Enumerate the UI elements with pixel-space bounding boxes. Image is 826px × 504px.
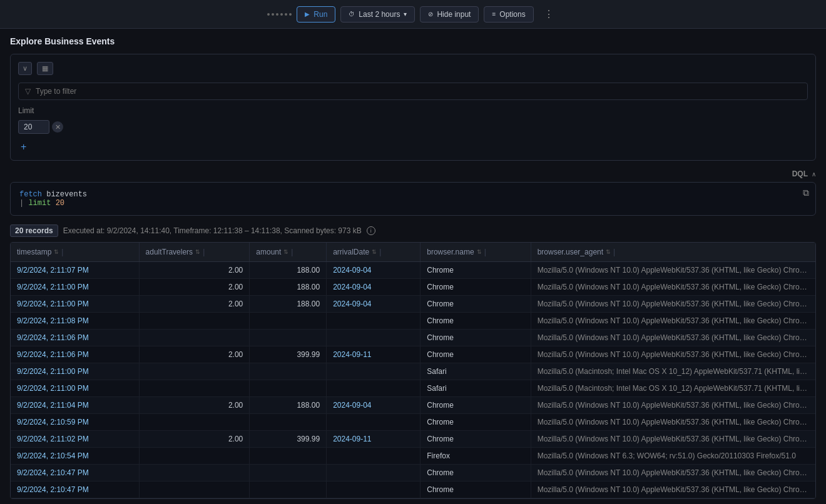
table-cell: Chrome <box>421 465 531 481</box>
table-cell: 2.00 <box>139 431 250 448</box>
chart-icon-button[interactable]: ▦ <box>37 62 53 75</box>
table-row[interactable]: 9/2/2024, 2:11:00 PMSafariMozilla/5.0 (M… <box>11 363 815 380</box>
more-options-button[interactable]: ⋮ <box>539 5 559 23</box>
dql-chevron-icon[interactable]: ∧ <box>812 171 816 178</box>
table-cell: 2024-09-11 <box>327 346 421 363</box>
filter-icon: ▽ <box>25 87 31 96</box>
table-cell <box>139 363 250 380</box>
table-cell <box>327 448 421 465</box>
table-row[interactable]: 9/2/2024, 2:11:04 PM2.00188.002024-09-04… <box>11 397 815 414</box>
limit-input[interactable] <box>18 120 49 134</box>
filter-bar: ▽ <box>18 83 808 100</box>
table-cell: Mozilla/5.0 (Windows NT 10.0) AppleWebKi… <box>531 481 815 498</box>
table-cell <box>250 330 327 346</box>
resize-handle-timestamp[interactable]: | <box>61 248 64 256</box>
table-cell <box>327 481 421 498</box>
sort-icon-adult-travelers: ⇅ <box>195 249 200 255</box>
chart-icon: ▦ <box>42 64 48 72</box>
resize-handle-amount[interactable]: | <box>291 248 293 256</box>
table-row[interactable]: 9/2/2024, 2:10:47 PMChromeMozilla/5.0 (W… <box>11 481 815 498</box>
table-row[interactable]: 9/2/2024, 2:10:54 PMFirefoxMozilla/5.0 (… <box>11 448 815 465</box>
table-row[interactable]: 9/2/2024, 2:11:00 PM2.00188.002024-09-04… <box>11 279 815 296</box>
table-row[interactable]: 9/2/2024, 2:11:07 PM2.00188.002024-09-04… <box>11 262 815 279</box>
table-row[interactable]: 9/2/2024, 2:11:06 PMChromeMozilla/5.0 (W… <box>11 330 815 346</box>
table-cell: Mozilla/5.0 (Macintosh; Intel Mac OS X 1… <box>531 363 815 380</box>
table-cell: Chrome <box>421 330 531 346</box>
page-title: Explore Business Events <box>10 36 816 46</box>
table-cell: Mozilla/5.0 (Windows NT 10.0) AppleWebKi… <box>531 346 815 363</box>
table-cell: 2.00 <box>139 296 250 313</box>
col-header-browser-name[interactable]: browser.name ⇅ | <box>421 243 531 262</box>
run-icon: ▶ <box>305 11 310 18</box>
code-line-2: | limit 20 <box>19 199 807 208</box>
table-row[interactable]: 9/2/2024, 2:11:02 PM2.00399.992024-09-11… <box>11 431 815 448</box>
table-cell: 9/2/2024, 2:10:47 PM <box>11 481 139 498</box>
filter-input[interactable] <box>36 87 801 96</box>
resize-handle-arrival[interactable]: | <box>379 248 382 256</box>
table-cell: 9/2/2024, 2:10:47 PM <box>11 465 139 481</box>
panel-collapse-button[interactable]: ∨ <box>18 62 32 75</box>
info-icon[interactable]: i <box>367 226 375 235</box>
table-row[interactable]: 9/2/2024, 2:10:59 PMChromeMozilla/5.0 (W… <box>11 414 815 431</box>
table-cell: 188.00 <box>250 296 327 313</box>
copy-code-button[interactable]: ⧉ <box>803 188 809 198</box>
table-cell: Mozilla/5.0 (Windows NT 10.0) AppleWebKi… <box>531 279 815 296</box>
table-cell <box>250 481 327 498</box>
data-table: timestamp ⇅ | adultTravelers ⇅ | <box>11 243 815 498</box>
table-body: 9/2/2024, 2:11:07 PM2.00188.002024-09-04… <box>11 262 815 498</box>
table-cell <box>327 414 421 431</box>
limit-row: Limit <box>18 106 808 115</box>
hide-input-button[interactable]: ⊘ Hide input <box>420 6 479 23</box>
code-object-bizevents: bizevents <box>46 190 87 199</box>
table-cell: Chrome <box>421 313 531 330</box>
table-cell: 9/2/2024, 2:11:07 PM <box>11 262 139 279</box>
table-cell: 9/2/2024, 2:11:00 PM <box>11 296 139 313</box>
table-cell: Mozilla/5.0 (Macintosh; Intel Mac OS X 1… <box>531 380 815 397</box>
table-row[interactable]: 9/2/2024, 2:11:00 PM2.00188.002024-09-04… <box>11 296 815 313</box>
limit-clear-button[interactable]: ✕ <box>52 121 63 133</box>
table-cell: Chrome <box>421 397 531 414</box>
chevron-down-icon: ▾ <box>404 11 407 18</box>
limit-input-wrap: ✕ <box>18 120 63 134</box>
table-row[interactable]: 9/2/2024, 2:11:06 PM2.00399.992024-09-11… <box>11 346 815 363</box>
code-line-1: fetch bizevents <box>19 190 807 199</box>
execution-info: Executed at: 9/2/2024, 14:11:40, Timefra… <box>63 226 362 235</box>
table-cell: Firefox <box>421 448 531 465</box>
col-header-timestamp[interactable]: timestamp ⇅ | <box>11 243 139 262</box>
table-cell: 2.00 <box>139 397 250 414</box>
resize-handle-browser-agent[interactable]: | <box>613 248 616 256</box>
table-cell: Safari <box>421 380 531 397</box>
table-cell <box>139 330 250 346</box>
sort-icon-amount: ⇅ <box>283 249 288 255</box>
options-button[interactable]: ≡ Options <box>484 6 533 23</box>
table-row[interactable]: 9/2/2024, 2:11:00 PMSafariMozilla/5.0 (M… <box>11 380 815 397</box>
run-button[interactable]: ▶ Run <box>297 6 335 23</box>
sort-icon-browser-name: ⇅ <box>477 249 482 255</box>
dql-label: DQL <box>792 169 808 178</box>
table-cell: 2024-09-04 <box>327 262 421 279</box>
table-row[interactable]: 9/2/2024, 2:10:47 PMChromeMozilla/5.0 (W… <box>11 465 815 481</box>
records-badge: 20 records <box>10 224 58 237</box>
table-cell: 9/2/2024, 2:11:00 PM <box>11 279 139 296</box>
top-toolbar: ▶ Run ⏱ Last 2 hours ▾ ⊘ Hide input ≡ Op… <box>0 0 826 29</box>
col-header-browser-agent[interactable]: browser.user_agent ⇅ | <box>531 243 815 262</box>
resize-handle-browser-name[interactable]: | <box>484 248 487 256</box>
table-cell: Mozilla/5.0 (Windows NT 10.0) AppleWebKi… <box>531 262 815 279</box>
add-filter-button[interactable]: + <box>18 141 29 153</box>
resize-handle-adult[interactable]: | <box>203 248 205 256</box>
main-content: Explore Business Events ∨ ▦ ▽ Limit ✕ <box>0 29 826 504</box>
sort-icon-timestamp: ⇅ <box>54 249 59 255</box>
table-cell <box>139 380 250 397</box>
table-cell: Mozilla/5.0 (Windows NT 6.3; WOW64; rv:5… <box>531 448 815 465</box>
col-header-adult-travelers[interactable]: adultTravelers ⇅ | <box>139 243 250 262</box>
clock-icon: ⏱ <box>349 11 355 18</box>
table-row[interactable]: 9/2/2024, 2:11:08 PMChromeMozilla/5.0 (W… <box>11 313 815 330</box>
timeframe-button[interactable]: ⏱ Last 2 hours ▾ <box>340 6 415 23</box>
table-header: timestamp ⇅ | adultTravelers ⇅ | <box>11 243 815 262</box>
col-header-arrival-date[interactable]: arrivalDate ⇅ | <box>327 243 421 262</box>
table-cell <box>327 330 421 346</box>
col-header-amount[interactable]: amount ⇅ | <box>250 243 327 262</box>
drag-handle[interactable] <box>267 13 292 16</box>
table-cell: Chrome <box>421 346 531 363</box>
table-cell: 2024-09-04 <box>327 397 421 414</box>
